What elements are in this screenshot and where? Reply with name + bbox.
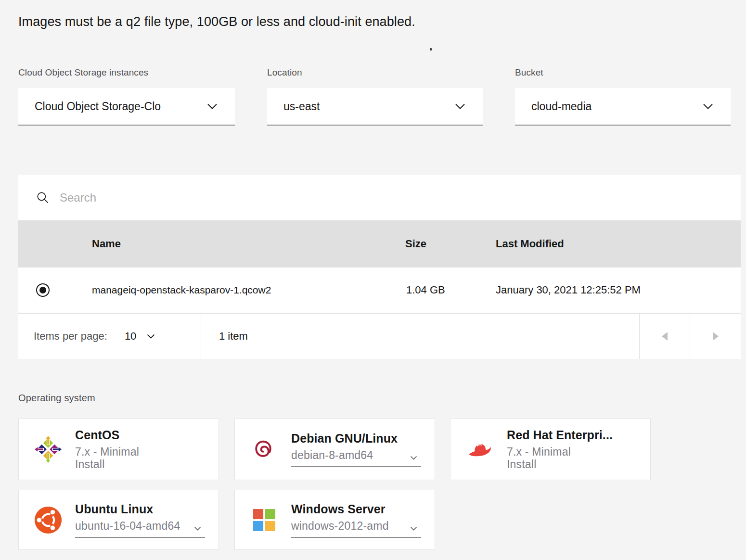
search-bar [18, 175, 741, 220]
os-tile-redhat[interactable]: Red Hat Enterpri... 7.x - Minimal Instal… [450, 419, 651, 480]
os-tile-title: Windows Server [291, 502, 421, 516]
bucket-field: Bucket cloud-media [515, 67, 731, 126]
chevron-down-icon [410, 456, 417, 460]
item-count: 1 item [219, 330, 248, 343]
chevron-down-icon [410, 526, 417, 531]
chevron-down-icon [455, 103, 465, 110]
image-radio-selected[interactable] [36, 283, 50, 297]
bucket-dropdown[interactable]: cloud-media [515, 88, 731, 126]
centos-logo-icon [33, 435, 63, 464]
ubuntu-version-dropdown[interactable]: ubuntu-16-04-amd64 [75, 520, 205, 538]
bucket-label: Bucket [515, 67, 731, 78]
os-tile-windows[interactable]: Windows Server windows-2012-amd [234, 490, 435, 550]
operating-system-label: Operating system [18, 393, 95, 404]
items-per-page-select[interactable]: Items per page: 10 [18, 314, 201, 359]
table-header: Name Size Last Modified [18, 220, 741, 267]
os-tile-version: 7.x - Minimal Install [75, 445, 154, 471]
caret-right-icon [710, 331, 721, 342]
items-per-page-label: Items per page: [34, 330, 107, 343]
os-tile-ubuntu[interactable]: Ubuntu Linux ubuntu-16-04-amd64 [18, 490, 219, 550]
search-icon [36, 191, 49, 204]
column-header-last-modified: Last Modified [496, 238, 564, 250]
os-tile-version: debian-8-amd64 [291, 449, 373, 462]
page-title: Images must be a q2 file type, 100GB or … [18, 14, 415, 29]
os-tile-title: CentOS [75, 428, 154, 442]
column-header-size: Size [405, 238, 426, 250]
location-dropdown[interactable]: us-east [267, 88, 483, 126]
caret-left-icon [659, 331, 670, 342]
chevron-down-icon [194, 526, 201, 531]
windows-logo-icon [249, 509, 279, 531]
location-label: Location [267, 67, 483, 78]
os-tile-debian[interactable]: Debian GNU/Linux debian-8-amd64 [234, 419, 435, 480]
image-last-modified: January 30, 2021 12:25:52 PM [496, 284, 641, 296]
os-tile-version: 7.x - Minimal Install [507, 445, 586, 471]
chevron-down-icon [703, 103, 713, 110]
cos-instance-value: Cloud Object Storage-Clo [35, 100, 161, 113]
location-field: Location us-east [267, 67, 483, 126]
images-table-card: Name Size Last Modified manageiq-opensta… [18, 175, 741, 359]
windows-version-dropdown[interactable]: windows-2012-amd [291, 520, 421, 538]
location-value: us-east [283, 100, 320, 113]
debian-version-dropdown[interactable]: debian-8-amd64 [291, 449, 421, 467]
bucket-value: cloud-media [531, 100, 592, 113]
redhat-logo-icon [465, 439, 495, 460]
image-size: 1.04 GB [406, 284, 445, 296]
cos-instance-field: Cloud Object Storage instances Cloud Obj… [18, 67, 235, 126]
os-tile-title: Ubuntu Linux [75, 502, 205, 516]
column-header-name: Name [92, 238, 121, 250]
cos-instance-label: Cloud Object Storage instances [18, 67, 235, 78]
debian-logo-icon [249, 437, 279, 462]
search-input[interactable] [60, 191, 493, 204]
chevron-down-icon [207, 103, 218, 110]
os-tile-centos[interactable]: CentOS 7.x - Minimal Install [18, 419, 219, 480]
items-per-page-value: 10 [125, 330, 136, 343]
pagination-bar: Items per page: 10 1 item [18, 314, 741, 359]
stray-cursor-dot [430, 48, 432, 51]
os-tile-title: Debian GNU/Linux [291, 432, 421, 445]
os-tile-title: Red Hat Enterpri... [507, 428, 613, 442]
os-tile-version: windows-2012-amd [291, 520, 389, 533]
cos-instance-dropdown[interactable]: Cloud Object Storage-Clo [18, 88, 235, 126]
prev-page-button[interactable] [639, 314, 690, 359]
chevron-down-icon [147, 334, 155, 339]
ubuntu-logo-icon [33, 506, 63, 534]
image-name: manageiq-openstack-kasparov-1.qcow2 [92, 284, 271, 296]
next-page-button[interactable] [690, 314, 741, 359]
table-row[interactable]: manageiq-openstack-kasparov-1.qcow2 1.04… [18, 267, 741, 314]
os-tile-version: ubuntu-16-04-amd64 [75, 520, 180, 533]
